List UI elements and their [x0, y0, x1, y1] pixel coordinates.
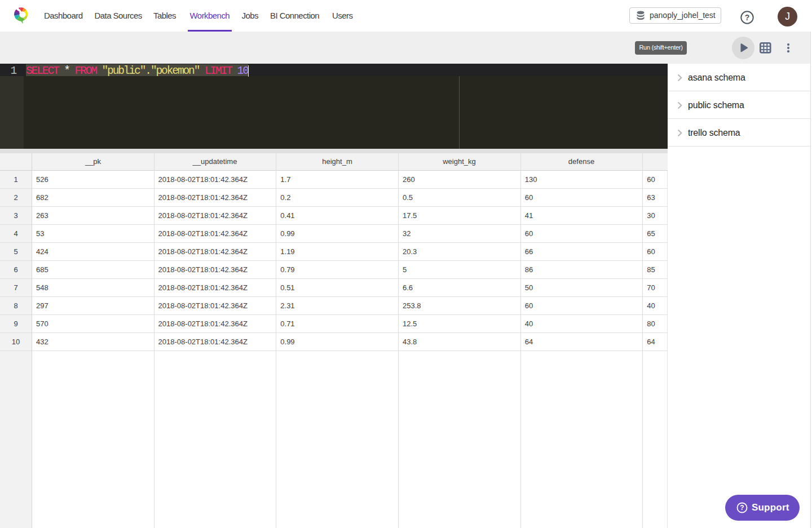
svg-text:?: ? [740, 504, 744, 512]
svg-text:?: ? [745, 13, 750, 22]
